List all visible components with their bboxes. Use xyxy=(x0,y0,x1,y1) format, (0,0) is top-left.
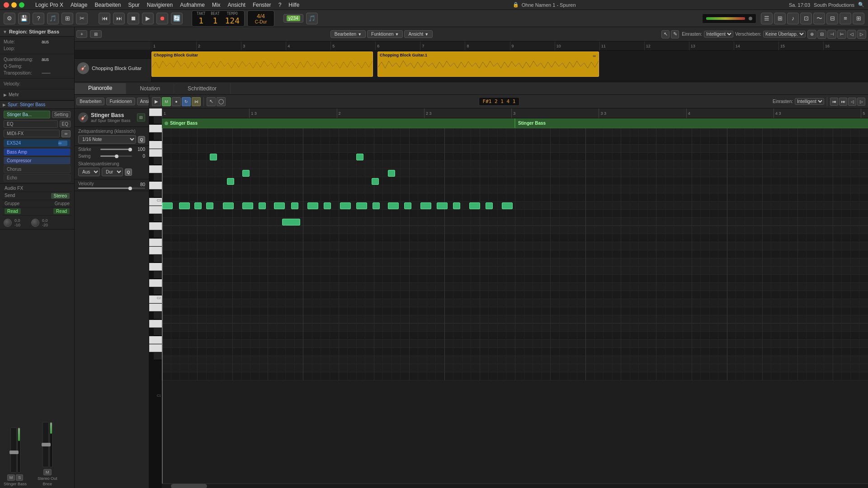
fullscreen-button[interactable] xyxy=(19,2,24,8)
midi-note[interactable] xyxy=(223,202,234,209)
menu-navigieren[interactable]: Navigieren xyxy=(147,2,173,8)
menu-ansicht[interactable]: Ansicht xyxy=(228,2,245,8)
black-piano-key[interactable] xyxy=(154,214,162,222)
customize-btn[interactable]: ⊞ xyxy=(61,13,73,24)
guitar-region-1[interactable]: Chopping Block Guitar xyxy=(151,52,373,77)
ed-funktionen-btn[interactable]: Funktionen xyxy=(106,98,135,105)
midi-region-2[interactable]: Stinger Bass xyxy=(515,118,868,128)
white-piano-key[interactable] xyxy=(149,149,162,157)
pr-back-btn[interactable]: ◁ xyxy=(848,98,856,106)
close-button[interactable] xyxy=(4,2,9,8)
guitar-region-2[interactable]: Chopping Block Guitar.1 ∞ xyxy=(377,52,599,77)
midi-note[interactable] xyxy=(388,170,395,177)
score-btn[interactable]: ♪ xyxy=(787,13,799,24)
black-piano-key[interactable] xyxy=(154,157,162,165)
echo-slot[interactable]: Echo xyxy=(4,174,71,182)
add-track-btn[interactable]: + xyxy=(76,30,87,38)
midi-note[interactable] xyxy=(453,202,460,209)
white-piano-key[interactable] xyxy=(149,239,162,246)
midi-note[interactable] xyxy=(291,202,298,209)
black-piano-key[interactable] xyxy=(154,174,162,181)
black-piano-key[interactable] xyxy=(154,133,162,141)
menu-hilfe[interactable]: Hilfe xyxy=(288,2,299,8)
chorus-slot[interactable]: Chorus xyxy=(4,165,71,173)
white-piano-key[interactable] xyxy=(149,336,162,344)
record-btn[interactable]: ⏺ xyxy=(156,13,168,24)
instrument-slot[interactable]: Stinger Ba... xyxy=(4,111,50,118)
midi-region-1[interactable]: Stinger Bass xyxy=(162,118,515,128)
white-piano-key[interactable] xyxy=(149,344,162,352)
menu-spur[interactable]: Spur xyxy=(128,2,139,8)
pr-midi-icon[interactable]: M xyxy=(162,97,171,106)
pr-einrasten-select[interactable]: Intelligent xyxy=(795,98,824,105)
mute-btn-2[interactable]: M xyxy=(43,469,52,475)
fader-1[interactable] xyxy=(10,427,17,473)
h-scrollbar-thumb[interactable] xyxy=(171,484,207,488)
midi-note[interactable] xyxy=(404,202,411,209)
app-name-menu[interactable]: Logic Pro X xyxy=(35,2,63,8)
pr-end-btn[interactable]: ⏭ xyxy=(839,98,847,106)
editor-track-icon[interactable]: 🎸 xyxy=(78,113,88,122)
cycle-btn[interactable]: 🔄 xyxy=(171,13,183,24)
midi-note[interactable] xyxy=(242,170,250,177)
arrow-tool[interactable]: ↖ xyxy=(661,30,670,38)
mixer-btn[interactable]: ☰ xyxy=(761,13,773,24)
black-piano-key[interactable] xyxy=(154,117,162,124)
play-btn[interactable]: ▶ xyxy=(142,13,154,24)
pr-grid[interactable] xyxy=(162,128,868,483)
menu-ablage[interactable]: Ablage xyxy=(71,2,87,8)
funktionen-menu[interactable]: Funktionen ▼ xyxy=(367,30,403,38)
save-icon-btn[interactable]: 💾 xyxy=(18,13,30,24)
pencil-tool[interactable]: ✎ xyxy=(671,30,679,38)
list-btn[interactable]: ≡ xyxy=(840,13,851,24)
mehr-label[interactable]: Mehr xyxy=(9,92,19,97)
midi-note[interactable] xyxy=(227,178,234,185)
menu-help-icon[interactable]: ? xyxy=(278,2,282,8)
white-piano-key[interactable] xyxy=(149,125,162,132)
midi-note[interactable] xyxy=(324,202,331,209)
black-piano-key[interactable] xyxy=(154,352,162,360)
white-piano-key[interactable] xyxy=(149,165,162,173)
bearbeiten-menu[interactable]: Bearbeiten ▼ xyxy=(330,30,366,38)
fader-2[interactable] xyxy=(42,422,49,467)
black-piano-key[interactable] xyxy=(154,312,162,319)
plugins-btn[interactable]: ⊡ xyxy=(800,13,812,24)
minimize-button[interactable] xyxy=(11,2,17,8)
zoom-icon[interactable]: ⊕ xyxy=(807,30,816,39)
white-piano-key[interactable] xyxy=(149,320,162,328)
white-piano-key[interactable] xyxy=(149,263,162,271)
midi-note[interactable] xyxy=(210,154,217,160)
midi-fx-icon[interactable]: ∞ xyxy=(61,130,71,137)
midi-note[interactable] xyxy=(307,202,318,209)
ed-ansicht-btn[interactable]: Ansicht xyxy=(137,98,149,105)
black-piano-key[interactable] xyxy=(154,230,162,238)
menu-aufnahme[interactable]: Aufnahme xyxy=(180,2,205,8)
exs24-icon[interactable]: ∞ xyxy=(58,141,67,146)
midi-note[interactable] xyxy=(206,202,213,209)
global-btn[interactable]: ⊟ xyxy=(826,13,838,24)
midi-note[interactable] xyxy=(469,202,480,209)
time-signature-display[interactable]: 4/4 C-Dur xyxy=(247,10,274,27)
right-icon[interactable]: ⊢ xyxy=(837,30,846,39)
metronome-btn[interactable]: 🎵 xyxy=(47,13,59,24)
stereo-btn[interactable]: Stereo xyxy=(51,193,70,199)
pan2-knob[interactable] xyxy=(31,219,39,227)
quantize-q-btn[interactable]: Q xyxy=(138,136,145,143)
forward-btn[interactable]: ⏭ xyxy=(113,13,125,24)
white-piano-key[interactable] xyxy=(149,182,162,189)
scissors-btn[interactable]: ✂ xyxy=(76,13,88,24)
menu-bearbeiten[interactable]: Bearbeiten xyxy=(94,2,121,8)
staerke-slider[interactable] xyxy=(100,149,132,150)
midi-note[interactable] xyxy=(162,202,173,209)
midi-note[interactable] xyxy=(259,202,266,209)
white-piano-key[interactable] xyxy=(149,279,162,287)
midi-note[interactable] xyxy=(420,202,431,209)
pr-play-icon[interactable]: ▶ xyxy=(152,97,161,106)
menu-fenster[interactable]: Fenster xyxy=(253,2,271,8)
midi-note[interactable] xyxy=(282,219,300,225)
left-icon[interactable]: ⊣ xyxy=(827,30,836,39)
note-value-select[interactable]: 1/16 Note xyxy=(78,135,136,144)
align-icon[interactable]: ⊟ xyxy=(817,30,826,39)
midi-note[interactable] xyxy=(179,202,190,209)
black-piano-key[interactable] xyxy=(154,255,162,263)
